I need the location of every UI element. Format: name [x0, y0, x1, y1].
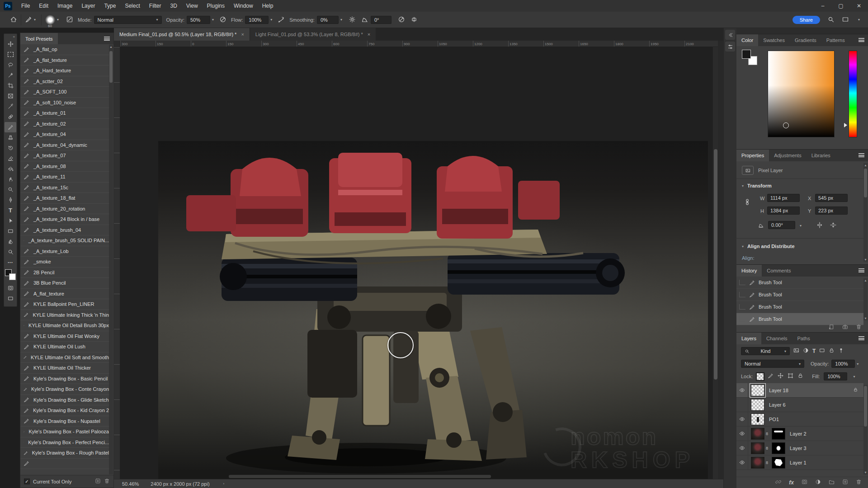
smoothing-chevron-icon[interactable]: ▾: [339, 16, 344, 23]
tab-libraries[interactable]: Libraries: [807, 150, 835, 161]
align-collapse-icon[interactable]: ▾: [742, 244, 744, 249]
close-button[interactable]: ✕: [850, 0, 868, 12]
filter-adjustment-icon[interactable]: [803, 347, 809, 355]
fill-select[interactable]: 100%: [824, 372, 847, 380]
tool-preset-item[interactable]: A_flat_texture: [20, 289, 109, 300]
tool-preset-item[interactable]: _smoke: [20, 257, 109, 267]
link-layers-icon[interactable]: [775, 479, 781, 487]
tool-preset-item[interactable]: _A_texture_02: [20, 119, 109, 130]
brush-tool-preset-icon[interactable]: [25, 16, 32, 24]
transform-link-icon[interactable]: [744, 198, 751, 207]
home-icon[interactable]: [10, 16, 17, 24]
new-preset-icon[interactable]: [95, 478, 101, 485]
height-field[interactable]: 1384 px: [767, 206, 800, 215]
tool-preset-chevron-icon[interactable]: ▾: [32, 16, 38, 23]
y-field[interactable]: 223 px: [815, 206, 848, 215]
zoom-tool[interactable]: [5, 247, 16, 257]
canvas-viewport[interactable]: [120, 47, 718, 479]
color-swatches[interactable]: [742, 50, 757, 65]
filter-type-icon[interactable]: T: [812, 348, 816, 354]
brush-angle-field[interactable]: 0°: [371, 16, 392, 24]
history-scrollbar[interactable]: ▴ ▾: [863, 278, 868, 320]
flip-vertical-icon[interactable]: [830, 221, 837, 230]
dock-sliders-icon[interactable]: [725, 42, 735, 52]
history-state[interactable]: Brush Tool: [736, 301, 863, 313]
layer-mask-thumbnail[interactable]: [772, 457, 785, 469]
tool-preset-item[interactable]: _A_texture_11: [20, 172, 109, 183]
tool-preset-item[interactable]: _A_texture_04_dynamic: [20, 140, 109, 151]
tool-preset-item[interactable]: _A_SOFT_100: [20, 87, 109, 98]
layer-thumbnail[interactable]: [751, 457, 764, 469]
add-mask-icon[interactable]: [802, 479, 807, 487]
search-icon[interactable]: [827, 16, 835, 24]
tool-preset-item[interactable]: Kyle's Drawing Box - Kid Crayon 2: [20, 405, 109, 416]
x-field[interactable]: 545 px: [815, 194, 848, 202]
blend-mode-select[interactable]: Normal▾: [741, 360, 804, 368]
horizontal-scrollbar[interactable]: [229, 475, 491, 478]
tool-preset-item[interactable]: _A_texture_24 Block in / base: [20, 214, 109, 225]
menu-item[interactable]: Help: [258, 0, 278, 12]
layers-opacity-select[interactable]: 100%: [831, 360, 855, 368]
tool-preset-item[interactable]: _A_texture_04: [20, 129, 109, 140]
tool-preset-item[interactable]: KYLE Ultimate Oil Thicker: [20, 363, 109, 374]
tool-preset-item[interactable]: _A_texture_15c: [20, 183, 109, 193]
tab-paths[interactable]: Paths: [793, 333, 815, 344]
lock-transparent-icon[interactable]: [757, 373, 764, 380]
tab-patterns[interactable]: Patterns: [821, 34, 850, 46]
saturation-brightness-picker[interactable]: [768, 51, 835, 137]
tool-preset-item[interactable]: KYLE Ultimate Oil Lush: [20, 342, 109, 352]
tool-preset-item[interactable]: 3B Blue Pencil: [20, 278, 109, 289]
history-state[interactable]: Brush Tool: [736, 277, 863, 289]
tool-preset-item[interactable]: _A_texture_20_rotation: [20, 204, 109, 215]
magic-wand-tool[interactable]: [5, 70, 16, 80]
visibility-eye-icon[interactable]: [736, 441, 748, 455]
tool-presets-scrollbar[interactable]: ▴: [109, 45, 113, 474]
tab-swatches[interactable]: Swatches: [758, 34, 790, 46]
layer-row[interactable]: PO1: [736, 412, 863, 427]
layer-style-fx-icon[interactable]: fx: [789, 479, 794, 486]
menu-item[interactable]: 3D: [165, 0, 181, 12]
status-chevron-icon[interactable]: ›: [222, 480, 226, 487]
new-group-icon[interactable]: [829, 479, 835, 487]
layer-thumbnail[interactable]: [751, 428, 764, 440]
edit-toolbar-icon[interactable]: •••: [5, 257, 16, 267]
brush-settings-toggle-icon[interactable]: [66, 16, 73, 24]
history-brush-tool[interactable]: [5, 143, 16, 153]
tool-preset-item[interactable]: _A_texture_07: [20, 150, 109, 161]
clone-stamp-tool[interactable]: [5, 132, 16, 143]
lock-paint-icon[interactable]: [768, 372, 774, 380]
filter-pin-icon[interactable]: [838, 347, 844, 355]
tool-preset-item[interactable]: KYLE Ultimate Oil Flat Wonky: [20, 331, 109, 342]
minimize-button[interactable]: –: [814, 0, 832, 12]
angle-field[interactable]: 0.00°: [768, 221, 795, 229]
filter-pixel-icon[interactable]: [793, 347, 799, 355]
tab-close-icon[interactable]: ×: [241, 32, 244, 37]
visibility-eye-icon[interactable]: [736, 455, 748, 469]
tool-preset-item[interactable]: Kyle's Drawing Box - Nupastel: [20, 416, 109, 427]
tool-preset-item[interactable]: _A_Hard_texture: [20, 66, 109, 76]
tool-preset-item[interactable]: Kyle's Drawing Box - Perfect Penci...: [20, 437, 109, 448]
vertical-scrollbar[interactable]: [712, 47, 718, 479]
maximize-button[interactable]: ▢: [832, 0, 850, 12]
tab-tool-presets[interactable]: Tool Presets: [20, 33, 58, 44]
delete-layer-icon[interactable]: [856, 479, 862, 487]
layer-thumbnail[interactable]: [751, 399, 764, 411]
layer-row[interactable]: Layer 6: [736, 398, 863, 412]
new-layer-icon[interactable]: [842, 479, 848, 487]
layer-filter-kind-select[interactable]: Kind▾: [741, 347, 790, 355]
opacity-chevron-icon[interactable]: ▾: [855, 361, 860, 367]
fill-chevron-icon[interactable]: ▾: [851, 373, 857, 380]
tool-preset-item[interactable]: Kyle's Drawing Box - Conte Crayon: [20, 384, 109, 395]
layers-scrollbar[interactable]: ▾: [863, 385, 868, 474]
tab-properties[interactable]: Properties: [736, 150, 769, 161]
flip-horizontal-icon[interactable]: [816, 221, 823, 230]
screen-mode-icon[interactable]: [5, 293, 16, 304]
tab-color[interactable]: Color: [736, 34, 758, 46]
smoothing-select[interactable]: 0%: [317, 16, 339, 24]
layer-mask-thumbnail[interactable]: [772, 428, 785, 440]
lock-artboard-icon[interactable]: [788, 372, 793, 380]
opacity-chevron-icon[interactable]: ▾: [210, 16, 216, 23]
tool-preset-item[interactable]: _A_flat_texture: [20, 55, 109, 66]
workspace-chevron-icon[interactable]: ▾: [856, 16, 862, 23]
move-tool[interactable]: [5, 39, 16, 49]
